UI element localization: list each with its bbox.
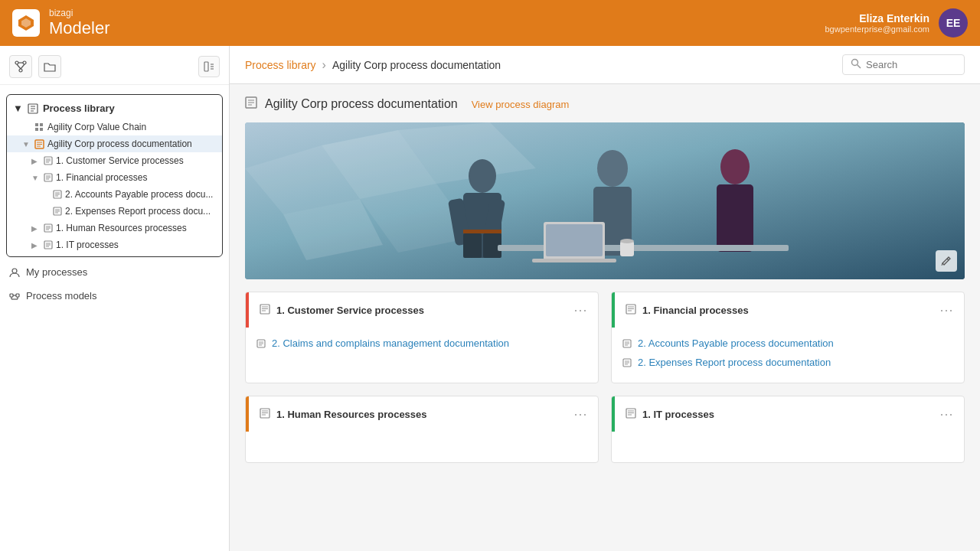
breadcrumb-bar: Process library › Agility Corp process d… [230,46,980,84]
search-box[interactable] [842,54,965,75]
app-header: bizagi Modeler Eliza Enterkin bgwpenterp… [0,0,980,46]
doc-icon-5 [44,223,53,233]
svg-line-6 [17,64,21,69]
sidebar-diagram-icon[interactable] [9,55,32,78]
svg-rect-19 [40,128,43,131]
brand-name: bizagi Modeler [49,8,109,38]
sidebar-process-models[interactable]: Process models [0,284,229,308]
svg-line-7 [21,64,24,69]
svg-point-83 [620,239,634,243]
doc-icon-6 [44,240,53,249]
sidebar-my-processes[interactable]: My processes [0,260,229,284]
sidebar-item-process-doc[interactable]: ▼ Agility Corp process documentation [7,135,222,152]
sidebar-item-value-chain[interactable]: Agility Corp Value Chain [7,119,222,135]
sidebar-item-hr[interactable]: ▶ 1. Human Resources processes [7,220,222,236]
breadcrumb-root[interactable]: Process library [245,59,316,71]
svg-rect-110 [626,409,635,418]
svg-rect-77 [717,184,753,252]
sidebar-process-doc-label: Agility Corp process documentation [47,139,192,149]
card-hr-title: 1. Human Resources processes [276,409,567,420]
user-avatar[interactable]: EE [939,8,968,37]
card-item-expenses-report[interactable]: 2. Expenses Report process documentation [622,353,953,372]
svg-point-2 [15,61,18,64]
svg-rect-16 [35,123,38,126]
breadcrumb: Process library › Agility Corp process d… [245,58,501,72]
card-it-body [612,432,964,462]
svg-rect-18 [35,128,38,131]
svg-rect-86 [260,305,270,314]
sidebar-folder-icon[interactable] [38,55,61,78]
svg-point-3 [23,61,26,64]
page-title: Agility Corp process documentation [265,97,458,111]
doc-icon-1 [44,156,53,165]
page-title-icon [245,96,257,112]
svg-line-84 [947,259,949,260]
svg-point-76 [720,149,750,184]
card-hr-body [246,432,598,462]
sidebar-item-accounts-payable[interactable]: 2. Accounts Payable process docu... [7,186,222,203]
search-input[interactable] [866,59,956,70]
card-item-claims[interactable]: 2. Claims and complains management docum… [256,334,587,353]
process-models-icon [9,291,20,302]
page-title-bar: Agility Corp process documentation View … [245,96,965,112]
svg-line-56 [858,65,861,69]
grid-icon [34,122,44,132]
svg-rect-106 [260,409,270,418]
card-item-accounts-payable[interactable]: 2. Accounts Payable process documentatio… [622,334,953,353]
sidebar-value-chain-label: Agility Corp Value Chain [47,122,146,132]
svg-point-48 [12,269,17,273]
sidebar-item-expenses-report[interactable]: 2. Expenses Report process docu... [7,203,222,220]
sidebar-expenses-report-label: 2. Expenses Report process docu... [65,206,211,217]
sidebar-hr-label: 1. Human Resources processes [56,223,187,233]
search-icon [851,58,861,71]
content-scroll: Agility Corp process documentation View … [230,84,980,551]
card-it-menu-button[interactable]: ⋯ [939,406,953,422]
card-fin-title: 1. Financial processes [642,305,933,316]
card-item-ap-label: 2. Accounts Payable process documentatio… [638,337,834,349]
doc-icon-3 [53,190,62,199]
header-left: bizagi Modeler [12,8,109,38]
svg-rect-78 [498,245,789,251]
sidebar-customer-service-label: 1. Customer Service processes [56,155,184,166]
svg-rect-17 [40,123,43,126]
sidebar-item-customer-service[interactable]: ▶ 1. Customer Service processes [7,152,222,169]
sidebar-tree: ▼ Process library Agility Corp Value Cha… [0,85,229,551]
sidebar-item-it[interactable]: ▶ 1. IT processes [7,236,222,253]
card-fin-menu-button[interactable]: ⋯ [939,302,953,318]
svg-rect-81 [532,259,616,262]
card-item-er-label: 2. Expenses Report process documentation [638,357,831,368]
process-library-header[interactable]: ▼ Process library [7,98,222,119]
card-financial: 1. Financial processes ⋯ 2. Accounts Pay… [611,292,965,383]
svg-rect-49 [10,294,13,297]
sidebar-item-financial[interactable]: ▼ 1. Financial processes [7,169,222,186]
svg-point-55 [852,60,858,66]
card-it-title: 1. IT processes [642,409,933,420]
card-cs-icon [260,304,270,317]
card-financial-header: 1. Financial processes ⋯ [612,292,964,328]
card-it-icon [626,408,636,421]
card-it: 1. IT processes ⋯ [611,396,965,463]
hr-chevron: ▶ [31,224,41,233]
sidebar-collapse-button[interactable] [198,56,220,77]
content-area: Process library › Agility Corp process d… [230,46,980,551]
breadcrumb-separator: › [322,58,326,72]
sidebar-accounts-payable-label: 2. Accounts Payable process docu... [65,189,213,200]
svg-point-4 [19,69,22,72]
view-diagram-link[interactable]: View process diagram [472,99,570,110]
card-cs-menu-button[interactable]: ⋯ [573,302,587,318]
sidebar-financial-label: 1. Financial processes [56,172,147,183]
hero-svg [245,122,965,279]
process-models-label: Process models [26,290,96,302]
svg-point-74 [597,150,628,187]
svg-line-85 [942,263,942,266]
fin-chevron: ▼ [31,174,41,182]
card-it-header: 1. IT processes ⋯ [612,396,964,432]
svg-rect-8 [204,62,208,71]
svg-point-67 [469,159,496,193]
card-hr-header: 1. Human Resources processes ⋯ [246,396,598,432]
card-hr-menu-button[interactable]: ⋯ [573,406,587,422]
card-cs-body: 2. Claims and complains management docum… [246,328,598,364]
hero-edit-button[interactable] [936,250,957,272]
doc-icon-4 [53,207,62,216]
sidebar-it-label: 1. IT processes [56,240,119,250]
